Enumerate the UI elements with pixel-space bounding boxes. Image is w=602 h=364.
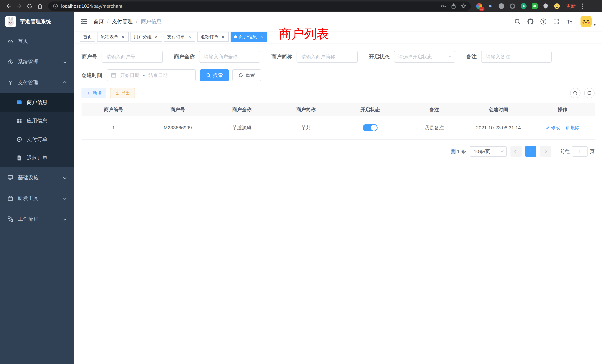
extension-gray-icon[interactable] <box>498 3 505 9</box>
top-navbar: 首页 / 支付管理 / 商户信息 <box>74 12 602 31</box>
breadcrumb-payment[interactable]: 支付管理 <box>112 18 133 25</box>
tab-home[interactable]: 首页 <box>80 32 95 42</box>
password-key-icon[interactable] <box>441 3 446 9</box>
gear-icon <box>7 59 13 65</box>
browser-update-button[interactable]: 更新 <box>566 3 576 10</box>
sidebar-item-dev-tools[interactable]: 研发工具 <box>0 188 74 209</box>
prev-page-button[interactable] <box>510 146 522 157</box>
target-icon <box>16 136 22 142</box>
page-number-1[interactable]: 1 <box>525 146 536 157</box>
extension-blue-dot-icon[interactable] <box>487 3 493 9</box>
breadcrumb-home[interactable]: 首页 <box>93 18 104 25</box>
tab-merchant-info[interactable]: 商户信息× <box>231 32 267 42</box>
tab-refund-order[interactable]: 退款订单× <box>197 32 229 42</box>
document-icon <box>16 155 22 161</box>
caret-down-icon <box>593 24 596 26</box>
sidebar-item-infrastructure[interactable]: 基础设施 <box>0 167 74 188</box>
refresh-table-button[interactable] <box>584 88 595 98</box>
sidebar: 芋道管理系统 首页 系统管理 ¥ 支付管理 商户信息 <box>0 12 74 364</box>
sidebar-item-system[interactable]: 系统管理 <box>0 52 74 72</box>
page-info-icon[interactable] <box>53 3 58 9</box>
user-avatar <box>580 16 592 27</box>
tags-view: 首页 流程表单× 用户分组× 支付订单× 退款订单× 商户信息× <box>74 31 602 43</box>
tab-process-form[interactable]: 流程表单× <box>97 32 129 42</box>
font-size-icon[interactable] <box>566 18 573 25</box>
page-unit-label: 页 <box>590 148 595 155</box>
sidebar-item-app-info[interactable]: 应用信息 <box>0 112 74 130</box>
chevron-left-icon <box>515 150 518 153</box>
col-actions: 操作 <box>530 103 595 116</box>
extension-ring-icon[interactable] <box>509 3 516 9</box>
close-icon[interactable]: × <box>259 34 264 39</box>
pagination-total: 共1条 <box>451 148 466 155</box>
browser-forward-button[interactable] <box>14 1 24 11</box>
user-menu[interactable] <box>580 16 596 27</box>
extensions-area: 10 <box>476 3 560 9</box>
sidebar-item-payment[interactable]: ¥ 支付管理 <box>0 72 74 93</box>
filter-row-1: 商户号 商户全称 商户简称 开启状态 请选择开启状态 <box>82 51 595 63</box>
browser-back-button[interactable] <box>4 1 14 11</box>
remark-input[interactable] <box>481 51 552 63</box>
sidebar-item-home[interactable]: 首页 <box>0 31 74 52</box>
merchant-no-label: 商户号 <box>82 53 102 60</box>
monitor-icon <box>7 175 13 181</box>
reset-button[interactable]: 重置 <box>232 69 261 81</box>
short-name-input[interactable] <box>297 51 358 63</box>
page-size-select[interactable]: 10条/页 <box>470 146 507 157</box>
edit-button[interactable]: 修改 <box>546 125 560 131</box>
github-icon[interactable] <box>527 18 534 25</box>
browser-profile-avatar[interactable] <box>554 3 560 9</box>
add-button[interactable]: ＋ 新增 <box>82 88 106 98</box>
tab-payment-order[interactable]: 支付订单× <box>164 32 195 42</box>
status-label: 开启状态 <box>369 53 394 60</box>
download-icon <box>115 91 119 95</box>
create-time-range-picker[interactable]: 开始日期 - 结束日期 <box>107 69 196 81</box>
grid-icon <box>16 118 22 124</box>
cell-remark: 我是备注 <box>402 116 466 139</box>
back-arrow-icon <box>6 3 12 9</box>
goto-page-input[interactable] <box>572 146 588 157</box>
fullscreen-icon[interactable] <box>553 18 560 25</box>
app-logo[interactable]: 芋道管理系统 <box>0 12 74 31</box>
sidebar-item-merchant-info[interactable]: 商户信息 <box>0 93 74 112</box>
create-time-label: 创建时间 <box>82 72 107 79</box>
extensions-puzzle-icon[interactable] <box>543 3 549 9</box>
goto-label: 前往 <box>560 148 570 155</box>
refresh-icon <box>238 73 243 78</box>
next-page-button[interactable] <box>540 146 551 157</box>
filter-row-2: 创建时间 开始日期 - 结束日期 搜索 重置 <box>82 69 595 81</box>
search-button[interactable]: 搜索 <box>200 69 229 81</box>
share-icon[interactable] <box>451 3 456 9</box>
browser-home-button[interactable] <box>35 1 45 11</box>
full-name-input[interactable] <box>199 51 260 63</box>
sidebar-toggle-button[interactable] <box>80 18 87 25</box>
browser-reload-button[interactable] <box>24 1 35 11</box>
delete-button[interactable]: 删除 <box>565 125 580 131</box>
calendar-icon <box>111 73 116 78</box>
tab-user-group[interactable]: 用户分组× <box>130 32 162 42</box>
status-toggle[interactable] <box>363 124 377 131</box>
browser-menu-button[interactable] <box>579 3 586 9</box>
close-icon[interactable]: × <box>154 34 159 39</box>
address-bar[interactable]: localhost:1024/pay/merchant <box>48 1 471 11</box>
toggle-search-button[interactable] <box>570 88 580 98</box>
help-icon[interactable] <box>540 18 547 25</box>
merchant-no-input[interactable] <box>102 51 163 63</box>
header-search-icon[interactable] <box>514 18 521 25</box>
cell-full-name: 芋道源码 <box>210 116 274 139</box>
close-icon[interactable]: × <box>187 34 192 39</box>
sidebar-item-payment-orders[interactable]: 支付订单 <box>0 130 74 149</box>
extension-green-icon[interactable] <box>520 3 527 9</box>
sidebar-item-refund-orders[interactable]: 退款订单 <box>0 149 74 167</box>
export-button[interactable]: 导出 <box>110 88 135 98</box>
close-icon[interactable]: × <box>120 34 125 39</box>
extension-green-square-icon[interactable] <box>532 3 538 9</box>
bookmark-star-icon[interactable] <box>461 3 466 9</box>
forward-arrow-icon <box>16 3 22 9</box>
close-icon[interactable]: × <box>221 34 225 39</box>
extension-colorful-icon[interactable]: 10 <box>476 3 482 9</box>
payment-submenu: 商户信息 应用信息 支付订单 退款订单 <box>0 93 74 167</box>
sidebar-item-workflow[interactable]: 工作流程 <box>0 209 74 229</box>
status-select[interactable]: 请选择开启状态 <box>394 51 455 63</box>
merchant-table: 商户编号 商户号 商户全称 商户简称 开启状态 备注 创建时间 操作 1 M23… <box>82 103 595 139</box>
